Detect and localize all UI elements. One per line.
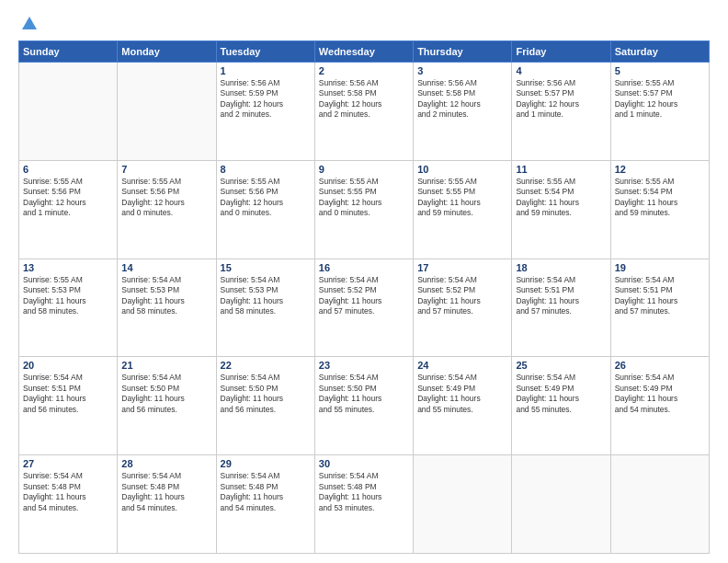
day-cell: 21Sunrise: 5:54 AM Sunset: 5:50 PM Dayli… — [118, 357, 216, 455]
day-number: 5 — [615, 65, 705, 76]
week-row-5: 27Sunrise: 5:54 AM Sunset: 5:48 PM Dayli… — [19, 455, 710, 554]
day-detail: Sunrise: 5:55 AM Sunset: 5:54 PM Dayligh… — [516, 177, 606, 219]
logo-triangle-icon — [22, 17, 37, 29]
day-cell: 1Sunrise: 5:56 AM Sunset: 5:59 PM Daylig… — [216, 63, 314, 161]
week-row-3: 13Sunrise: 5:55 AM Sunset: 5:53 PM Dayli… — [19, 259, 710, 357]
day-cell: 15Sunrise: 5:54 AM Sunset: 5:53 PM Dayli… — [216, 259, 314, 357]
day-number: 25 — [516, 360, 606, 371]
day-detail: Sunrise: 5:54 AM Sunset: 5:50 PM Dayligh… — [121, 373, 211, 415]
week-row-1: 1Sunrise: 5:56 AM Sunset: 5:59 PM Daylig… — [19, 63, 710, 161]
day-detail: Sunrise: 5:54 AM Sunset: 5:48 PM Dayligh… — [121, 471, 211, 513]
day-cell — [19, 63, 118, 161]
day-number: 24 — [417, 360, 507, 371]
day-cell: 9Sunrise: 5:55 AM Sunset: 5:55 PM Daylig… — [314, 160, 413, 259]
day-cell: 7Sunrise: 5:55 AM Sunset: 5:56 PM Daylig… — [118, 160, 216, 259]
day-cell — [118, 63, 216, 161]
day-number: 9 — [319, 164, 409, 175]
day-number: 22 — [221, 360, 311, 371]
day-detail: Sunrise: 5:54 AM Sunset: 5:50 PM Dayligh… — [319, 373, 409, 415]
day-number: 14 — [121, 262, 211, 273]
day-number: 29 — [221, 458, 311, 469]
day-detail: Sunrise: 5:54 AM Sunset: 5:49 PM Dayligh… — [615, 373, 705, 415]
day-cell: 28Sunrise: 5:54 AM Sunset: 5:48 PM Dayli… — [118, 455, 216, 554]
day-cell: 19Sunrise: 5:54 AM Sunset: 5:51 PM Dayli… — [610, 259, 709, 357]
day-detail: Sunrise: 5:54 AM Sunset: 5:48 PM Dayligh… — [319, 471, 409, 513]
day-cell: 8Sunrise: 5:55 AM Sunset: 5:56 PM Daylig… — [216, 160, 314, 259]
day-cell: 13Sunrise: 5:55 AM Sunset: 5:53 PM Dayli… — [19, 259, 118, 357]
day-cell: 23Sunrise: 5:54 AM Sunset: 5:50 PM Dayli… — [314, 357, 413, 455]
day-detail: Sunrise: 5:56 AM Sunset: 5:57 PM Dayligh… — [516, 78, 606, 121]
day-number: 13 — [23, 262, 113, 273]
day-number: 12 — [615, 164, 705, 175]
day-cell: 11Sunrise: 5:55 AM Sunset: 5:54 PM Dayli… — [512, 160, 610, 259]
day-cell: 30Sunrise: 5:54 AM Sunset: 5:48 PM Dayli… — [314, 455, 413, 554]
day-cell — [610, 455, 709, 554]
day-cell: 24Sunrise: 5:54 AM Sunset: 5:49 PM Dayli… — [414, 357, 512, 455]
weekday-header-wednesday: Wednesday — [314, 41, 413, 63]
day-detail: Sunrise: 5:56 AM Sunset: 5:59 PM Dayligh… — [221, 78, 311, 121]
day-detail: Sunrise: 5:55 AM Sunset: 5:55 PM Dayligh… — [319, 177, 409, 219]
day-number: 11 — [516, 164, 606, 175]
day-cell: 26Sunrise: 5:54 AM Sunset: 5:49 PM Dayli… — [610, 357, 709, 455]
day-cell: 3Sunrise: 5:56 AM Sunset: 5:58 PM Daylig… — [414, 63, 512, 161]
day-detail: Sunrise: 5:54 AM Sunset: 5:51 PM Dayligh… — [615, 275, 705, 317]
weekday-header-monday: Monday — [118, 41, 216, 63]
day-number: 3 — [417, 65, 507, 76]
day-cell: 22Sunrise: 5:54 AM Sunset: 5:50 PM Dayli… — [216, 357, 314, 455]
day-cell: 29Sunrise: 5:54 AM Sunset: 5:48 PM Dayli… — [216, 455, 314, 554]
day-detail: Sunrise: 5:55 AM Sunset: 5:56 PM Dayligh… — [121, 177, 211, 219]
day-detail: Sunrise: 5:54 AM Sunset: 5:52 PM Dayligh… — [319, 275, 409, 317]
day-cell: 2Sunrise: 5:56 AM Sunset: 5:58 PM Daylig… — [314, 63, 413, 161]
day-cell: 25Sunrise: 5:54 AM Sunset: 5:49 PM Dayli… — [512, 357, 610, 455]
day-detail: Sunrise: 5:54 AM Sunset: 5:53 PM Dayligh… — [221, 275, 311, 317]
day-detail: Sunrise: 5:55 AM Sunset: 5:55 PM Dayligh… — [417, 177, 507, 219]
day-detail: Sunrise: 5:54 AM Sunset: 5:49 PM Dayligh… — [417, 373, 507, 415]
day-cell: 12Sunrise: 5:55 AM Sunset: 5:54 PM Dayli… — [610, 160, 709, 259]
day-cell: 16Sunrise: 5:54 AM Sunset: 5:52 PM Dayli… — [314, 259, 413, 357]
header — [18, 17, 710, 31]
day-number: 23 — [319, 360, 409, 371]
day-detail: Sunrise: 5:54 AM Sunset: 5:49 PM Dayligh… — [516, 373, 606, 415]
day-number: 21 — [121, 360, 211, 371]
day-detail: Sunrise: 5:54 AM Sunset: 5:50 PM Dayligh… — [221, 373, 311, 415]
day-cell: 17Sunrise: 5:54 AM Sunset: 5:52 PM Dayli… — [414, 259, 512, 357]
day-number: 19 — [615, 262, 705, 273]
day-number: 27 — [23, 458, 113, 469]
day-number: 4 — [516, 65, 606, 76]
day-cell: 20Sunrise: 5:54 AM Sunset: 5:51 PM Dayli… — [19, 357, 118, 455]
day-number: 8 — [221, 164, 311, 175]
day-detail: Sunrise: 5:54 AM Sunset: 5:48 PM Dayligh… — [23, 471, 113, 513]
day-number: 6 — [23, 164, 113, 175]
day-number: 26 — [615, 360, 705, 371]
day-number: 18 — [516, 262, 606, 273]
weekday-header-friday: Friday — [512, 41, 610, 63]
weekday-header-row: SundayMondayTuesdayWednesdayThursdayFrid… — [19, 41, 710, 63]
day-detail: Sunrise: 5:54 AM Sunset: 5:48 PM Dayligh… — [221, 471, 311, 513]
day-detail: Sunrise: 5:55 AM Sunset: 5:56 PM Dayligh… — [221, 177, 311, 219]
weekday-header-saturday: Saturday — [610, 41, 709, 63]
day-detail: Sunrise: 5:56 AM Sunset: 5:58 PM Dayligh… — [319, 78, 409, 121]
day-number: 15 — [221, 262, 311, 273]
week-row-4: 20Sunrise: 5:54 AM Sunset: 5:51 PM Dayli… — [19, 357, 710, 455]
day-cell — [512, 455, 610, 554]
day-detail: Sunrise: 5:54 AM Sunset: 5:51 PM Dayligh… — [516, 275, 606, 317]
day-detail: Sunrise: 5:55 AM Sunset: 5:54 PM Dayligh… — [615, 177, 705, 219]
day-number: 30 — [319, 458, 409, 469]
day-number: 20 — [23, 360, 113, 371]
day-detail: Sunrise: 5:54 AM Sunset: 5:51 PM Dayligh… — [23, 373, 113, 415]
calendar: SundayMondayTuesdayWednesdayThursdayFrid… — [18, 40, 710, 554]
page: SundayMondayTuesdayWednesdayThursdayFrid… — [0, 0, 728, 563]
day-number: 1 — [221, 65, 311, 76]
day-cell: 5Sunrise: 5:55 AM Sunset: 5:57 PM Daylig… — [610, 63, 709, 161]
day-number: 17 — [417, 262, 507, 273]
weekday-header-sunday: Sunday — [19, 41, 118, 63]
day-cell: 10Sunrise: 5:55 AM Sunset: 5:55 PM Dayli… — [414, 160, 512, 259]
day-cell: 18Sunrise: 5:54 AM Sunset: 5:51 PM Dayli… — [512, 259, 610, 357]
day-cell: 6Sunrise: 5:55 AM Sunset: 5:56 PM Daylig… — [19, 160, 118, 259]
day-number: 10 — [417, 164, 507, 175]
day-detail: Sunrise: 5:56 AM Sunset: 5:58 PM Dayligh… — [417, 78, 507, 121]
day-detail: Sunrise: 5:55 AM Sunset: 5:57 PM Dayligh… — [615, 78, 705, 121]
weekday-header-thursday: Thursday — [414, 41, 512, 63]
day-detail: Sunrise: 5:54 AM Sunset: 5:53 PM Dayligh… — [121, 275, 211, 317]
week-row-2: 6Sunrise: 5:55 AM Sunset: 5:56 PM Daylig… — [19, 160, 710, 259]
